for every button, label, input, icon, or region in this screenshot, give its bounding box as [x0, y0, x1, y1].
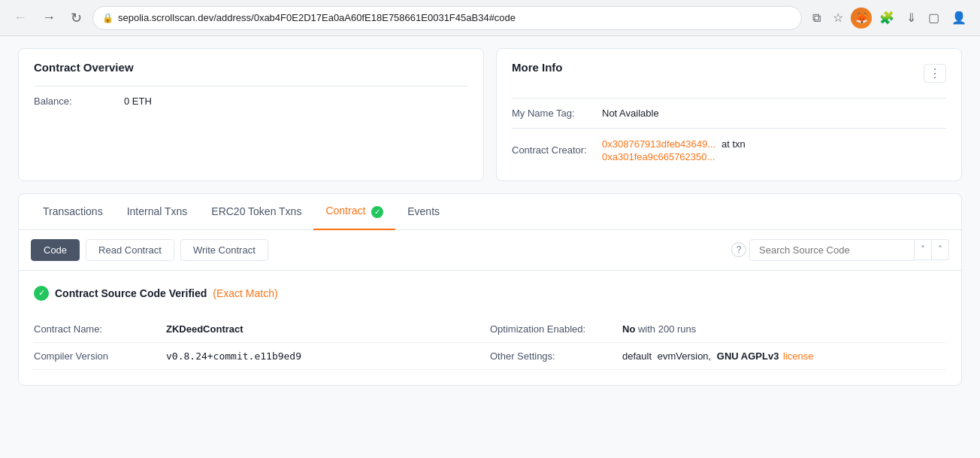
tabs-nav: Transactions Internal Txns ERC20 Token T… [19, 194, 961, 230]
tab-transactions[interactable]: Transactions [31, 195, 115, 229]
settings-value: default evmVersion, GNU AGPLv3 license [622, 350, 814, 362]
downloads-button[interactable]: ⇓ [902, 8, 921, 28]
contract-name-label: Contract Name: [34, 323, 154, 335]
optimization-label: Optimization Enabled: [490, 323, 610, 335]
more-info-header: More Info ⋮ [512, 61, 946, 86]
search-prev-button[interactable]: ˅ [915, 239, 932, 260]
verified-check-icon: ✓ [34, 286, 49, 301]
tab-contract[interactable]: Contract ✓ [313, 194, 395, 230]
help-icon[interactable]: ? [731, 242, 746, 257]
sub-tab-code[interactable]: Code [31, 239, 80, 261]
exact-match-text: (Exact Match) [213, 287, 277, 299]
chrome-actions: ⧉ ☆ 🦊 🧩 ⇓ ▢ 👤 [808, 8, 971, 29]
share-button[interactable]: ⧉ [808, 8, 825, 28]
compiler-value: v0.8.24+commit.e11b9ed9 [166, 350, 301, 362]
optimization-suffix: with 200 runs [638, 323, 696, 335]
cards-row: Contract Overview Balance: 0 ETH More In… [18, 48, 962, 181]
contract-overview-card: Contract Overview Balance: 0 ETH [18, 48, 484, 181]
contract-verified-check: ✓ [371, 206, 383, 218]
reload-button[interactable]: ↻ [66, 7, 86, 29]
forward-button[interactable]: → [38, 7, 60, 29]
settings-row: Other Settings: default evmVersion, GNU … [490, 343, 946, 370]
compiler-label: Compiler Version [34, 350, 154, 362]
optimization-value: No with 200 runs [622, 323, 696, 335]
more-info-card: More Info ⋮ My Name Tag: Not Available C… [496, 48, 962, 181]
puzzle-button[interactable]: 🧩 [875, 8, 899, 28]
creator-address-link[interactable]: 0x308767913dfeb43649... [602, 138, 715, 150]
details-right: Optimization Enabled: No with 200 runs O… [490, 316, 946, 370]
url-text: sepolia.scrollscan.dev/address/0xab4F0E2… [118, 12, 792, 23]
verified-text: Contract Source Code Verified [55, 287, 207, 299]
contract-name-row: Contract Name: ZKDeedContract [34, 316, 490, 343]
creator-label: Contract Creator: [512, 144, 602, 156]
contract-content: ✓ Contract Source Code Verified (Exact M… [19, 271, 961, 385]
tab-events[interactable]: Events [395, 195, 452, 229]
metamask-icon: 🦊 [851, 8, 872, 29]
more-options-button[interactable]: ⋮ [924, 64, 946, 83]
creator-txn-link[interactable]: 0xa301fea9c665762350... [602, 151, 746, 162]
address-bar[interactable]: 🔒 sepolia.scrollscan.dev/address/0xab4F0… [92, 6, 802, 30]
license-link[interactable]: license [783, 350, 813, 362]
creator-row: Contract Creator: 0x308767913dfeb43649..… [512, 132, 946, 168]
back-button[interactable]: ← [9, 7, 32, 29]
creator-at-text: at txn [721, 138, 746, 150]
sub-tab-read-contract[interactable]: Read Contract [86, 239, 174, 261]
contract-details: Contract Name: ZKDeedContract Compiler V… [34, 316, 946, 370]
search-source-input[interactable] [749, 239, 915, 261]
page-content: Contract Overview Balance: 0 ETH More In… [0, 36, 980, 398]
compiler-row: Compiler Version v0.8.24+commit.e11b9ed9 [34, 343, 490, 370]
window-button[interactable]: ▢ [924, 8, 944, 28]
settings-label: Other Settings: [490, 350, 610, 362]
name-tag-value: Not Available [602, 108, 659, 119]
contract-overview-title: Contract Overview [34, 61, 468, 74]
sub-tabs-bar: Code Read Contract Write Contract ? ˅ ˄ [19, 230, 961, 271]
optimization-row: Optimization Enabled: No with 200 runs [490, 316, 946, 343]
tab-erc20[interactable]: ERC20 Token Txns [199, 195, 313, 229]
balance-label: Balance: [34, 96, 124, 107]
sub-tab-write-contract[interactable]: Write Contract [180, 239, 268, 261]
bookmark-button[interactable]: ☆ [828, 8, 848, 28]
verified-badge: ✓ Contract Source Code Verified (Exact M… [34, 286, 946, 301]
profile-button[interactable]: 👤 [947, 8, 971, 28]
search-area: ? ˅ ˄ [731, 239, 949, 261]
search-input-wrapper: ˅ ˄ [749, 239, 949, 261]
tabs-section: Transactions Internal Txns ERC20 Token T… [18, 193, 962, 386]
browser-chrome: ← → ↻ 🔒 sepolia.scrollscan.dev/address/0… [0, 0, 980, 36]
tab-internal-txns[interactable]: Internal Txns [115, 195, 200, 229]
balance-row: Balance: 0 ETH [34, 89, 468, 113]
name-tag-label: My Name Tag: [512, 108, 602, 119]
details-left: Contract Name: ZKDeedContract Compiler V… [34, 316, 490, 370]
balance-value: 0 ETH [124, 96, 152, 107]
lock-icon: 🔒 [102, 13, 113, 23]
name-tag-row: My Name Tag: Not Available [512, 102, 946, 125]
search-next-button[interactable]: ˄ [932, 239, 949, 260]
contract-name-value: ZKDeedContract [166, 323, 243, 335]
more-info-title: More Info [512, 61, 563, 74]
